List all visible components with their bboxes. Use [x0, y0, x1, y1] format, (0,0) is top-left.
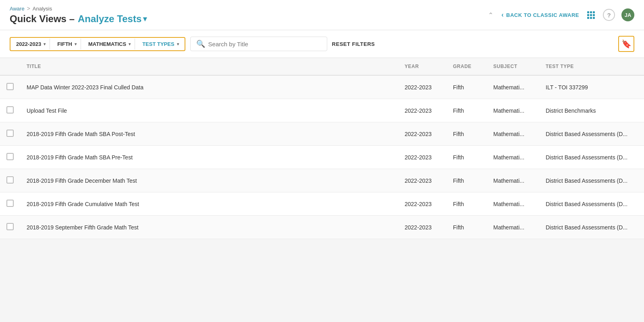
row-title: 2018-2019 Fifth Grade Math SBA Post-Test [20, 122, 398, 146]
row-title: Upload Test File [20, 99, 398, 122]
table-header: TITLE YEAR GRADE SUBJECT TEST TYPE [0, 58, 644, 75]
table-row: 2018-2019 Fifth Grade Math SBA Pre-Test … [0, 146, 644, 169]
row-title: 2018-2019 Fifth Grade Cumulative Math Te… [20, 192, 398, 216]
row-checkbox[interactable] [6, 176, 14, 184]
header-right: ⌃ ‹ BACK TO CLASSIC AWARE ? JA [486, 8, 634, 21]
year-filter-dropdown[interactable]: 2022-2023 ▾ [12, 39, 50, 50]
results-table: TITLE YEAR GRADE SUBJECT TEST TYPE MAP D… [0, 58, 644, 239]
year-chevron-icon: ▾ [44, 42, 46, 46]
test-types-filter-label: TEST TYPES [142, 41, 174, 47]
title-dropdown-chevron: ▾ [143, 14, 147, 23]
bookmark-icon: 🔖 [621, 39, 632, 49]
search-icon: 🔍 [196, 39, 205, 48]
table-row: 2018-2019 September Fifth Grade Math Tes… [0, 216, 644, 239]
row-checkbox-cell [0, 169, 20, 192]
row-checkbox[interactable] [6, 153, 14, 160]
bookmark-button[interactable]: 🔖 [618, 36, 634, 52]
row-subject: Mathemati... [487, 75, 539, 99]
row-year: 2022-2023 [398, 122, 447, 146]
row-checkbox-cell [0, 99, 20, 122]
row-subject: Mathemati... [487, 146, 539, 169]
row-year: 2022-2023 [398, 169, 447, 192]
row-checkbox[interactable] [6, 223, 14, 230]
row-checkbox[interactable] [6, 130, 14, 137]
breadcrumb-root[interactable]: Aware [10, 6, 25, 12]
year-filter-label: 2022-2023 [16, 41, 41, 47]
row-year: 2022-2023 [398, 75, 447, 99]
row-subject: Mathemati... [487, 216, 539, 239]
row-title: 2018-2019 September Fifth Grade Math Tes… [20, 216, 398, 239]
page-title-accent[interactable]: Analyze Tests ▾ [78, 13, 147, 25]
row-checkbox[interactable] [6, 106, 14, 114]
grade-filter-dropdown[interactable]: FIFTH ▾ [53, 39, 81, 50]
grid-dots-icon [587, 11, 595, 19]
page-title-prefix: Quick Views – [10, 13, 75, 25]
row-subject: Mathemati... [487, 192, 539, 216]
grade-chevron-icon: ▾ [75, 42, 77, 46]
subject-chevron-icon: ▾ [129, 42, 131, 46]
row-title: 2018-2019 Fifth Grade December Math Test [20, 169, 398, 192]
row-grade: Fifth [447, 75, 487, 99]
grid-menu-button[interactable] [586, 10, 596, 21]
table-row: 2018-2019 Fifth Grade Cumulative Math Te… [0, 192, 644, 216]
row-grade: Fifth [447, 146, 487, 169]
row-subject: Mathemati... [487, 99, 539, 122]
row-year: 2022-2023 [398, 99, 447, 122]
row-grade: Fifth [447, 122, 487, 146]
row-testtype: District Based Assessments (D... [539, 146, 644, 169]
header-left: Aware > Analysis Quick Views – Analyze T… [10, 5, 147, 25]
filters-bar: 2022-2023 ▾ FIFTH ▾ MATHEMATICS ▾ TEST T… [0, 30, 644, 58]
filter-group: 2022-2023 ▾ FIFTH ▾ MATHEMATICS ▾ TEST T… [10, 37, 185, 51]
search-input[interactable] [208, 41, 321, 47]
page-title-accent-text: Analyze Tests [78, 13, 141, 25]
subject-filter-dropdown[interactable]: MATHEMATICS ▾ [84, 39, 135, 50]
row-title: MAP Data Winter 2022-2023 Final Culled D… [20, 75, 398, 99]
search-box: 🔍 [190, 37, 327, 51]
test-types-filter-dropdown[interactable]: TEST TYPES ▾ [138, 39, 183, 50]
page-title: Quick Views – Analyze Tests ▾ [10, 13, 147, 25]
row-subject: Mathemati... [487, 122, 539, 146]
row-checkbox[interactable] [6, 200, 14, 207]
row-checkbox-cell [0, 122, 20, 146]
row-checkbox-cell [0, 146, 20, 169]
col-header-subject: SUBJECT [487, 58, 539, 75]
collapse-button[interactable]: ⌃ [486, 10, 495, 21]
col-header-checkbox [0, 58, 20, 75]
table-row: Upload Test File 2022-2023 Fifth Mathema… [0, 99, 644, 122]
table-row: 2018-2019 Fifth Grade Math SBA Post-Test… [0, 122, 644, 146]
table-row: 2018-2019 Fifth Grade December Math Test… [0, 169, 644, 192]
back-to-classic-link[interactable]: ‹ BACK TO CLASSIC AWARE [501, 11, 579, 19]
avatar[interactable]: JA [621, 8, 634, 21]
reset-filters-button[interactable]: RESET FILTERS [332, 41, 375, 47]
col-header-testtype: TEST TYPE [539, 58, 644, 75]
row-year: 2022-2023 [398, 192, 447, 216]
row-checkbox-cell [0, 75, 20, 99]
header: Aware > Analysis Quick Views – Analyze T… [0, 0, 644, 58]
row-grade: Fifth [447, 99, 487, 122]
row-testtype: District Based Assessments (D... [539, 192, 644, 216]
table-row: MAP Data Winter 2022-2023 Final Culled D… [0, 75, 644, 99]
row-year: 2022-2023 [398, 216, 447, 239]
grade-filter-label: FIFTH [57, 41, 72, 47]
help-button[interactable]: ? [603, 9, 615, 21]
row-grade: Fifth [447, 169, 487, 192]
row-checkbox-cell [0, 192, 20, 216]
breadcrumb: Aware > Analysis [10, 5, 147, 12]
subject-filter-label: MATHEMATICS [88, 41, 126, 47]
row-checkbox[interactable] [6, 83, 14, 90]
breadcrumb-current: Analysis [33, 6, 52, 12]
col-header-year: YEAR [398, 58, 447, 75]
row-testtype: District Based Assessments (D... [539, 169, 644, 192]
back-arrow-icon: ‹ [501, 11, 504, 19]
col-header-grade: GRADE [447, 58, 487, 75]
table-body: MAP Data Winter 2022-2023 Final Culled D… [0, 75, 644, 239]
test-types-chevron-icon: ▾ [177, 42, 179, 46]
row-testtype: District Based Assessments (D... [539, 216, 644, 239]
col-header-title: TITLE [20, 58, 398, 75]
row-grade: Fifth [447, 192, 487, 216]
row-testtype: ILT - TOI 337299 [539, 75, 644, 99]
row-subject: Mathemati... [487, 169, 539, 192]
back-link-label: BACK TO CLASSIC AWARE [506, 12, 579, 18]
row-year: 2022-2023 [398, 146, 447, 169]
results-table-container: TITLE YEAR GRADE SUBJECT TEST TYPE MAP D… [0, 58, 644, 239]
